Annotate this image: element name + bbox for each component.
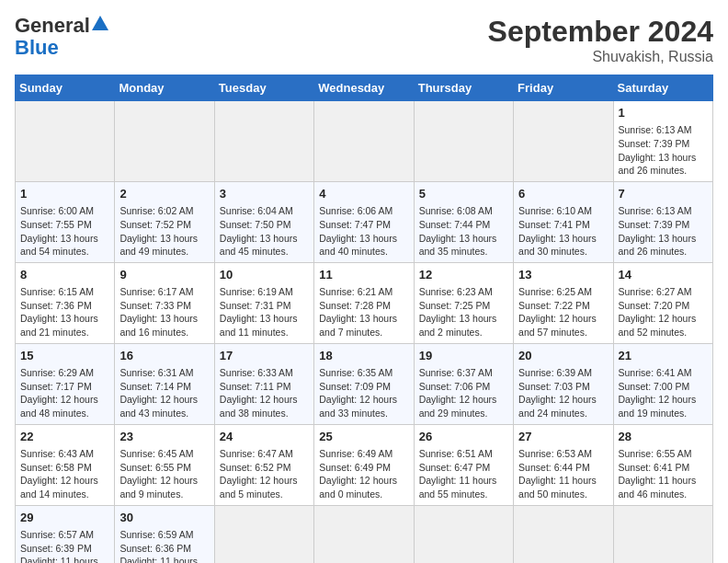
day-cell-8: 8Sunrise: 6:15 AMSunset: 7:36 PMDaylight… bbox=[16, 262, 115, 343]
day-info: Sunrise: 6:51 AMSunset: 6:47 PMDaylight:… bbox=[419, 448, 497, 500]
logo-icon bbox=[92, 16, 108, 32]
empty-cell bbox=[214, 505, 313, 563]
day-of-week-wednesday: Wednesday bbox=[314, 75, 414, 101]
day-cell-25: 25Sunrise: 6:49 AMSunset: 6:49 PMDayligh… bbox=[314, 424, 414, 505]
day-number: 9 bbox=[119, 267, 209, 283]
day-number: 12 bbox=[419, 267, 508, 283]
day-cell-3: 3Sunrise: 6:04 AMSunset: 7:50 PMDaylight… bbox=[214, 181, 313, 262]
day-number: 21 bbox=[619, 348, 708, 364]
day-cell-16: 16Sunrise: 6:31 AMSunset: 7:14 PMDayligh… bbox=[115, 343, 214, 424]
empty-cell bbox=[314, 101, 414, 182]
calendar-week-0: 1Sunrise: 6:13 AMSunset: 7:39 PMDaylight… bbox=[16, 101, 713, 182]
day-info: Sunrise: 6:25 AMSunset: 7:22 PMDaylight:… bbox=[518, 286, 597, 338]
day-cell-12: 12Sunrise: 6:23 AMSunset: 7:25 PMDayligh… bbox=[414, 262, 513, 343]
empty-cell bbox=[214, 101, 313, 182]
day-cell-22: 22Sunrise: 6:43 AMSunset: 6:58 PMDayligh… bbox=[16, 424, 115, 505]
day-of-week-thursday: Thursday bbox=[414, 75, 513, 101]
day-info: Sunrise: 6:00 AMSunset: 7:55 PMDaylight:… bbox=[20, 205, 98, 257]
day-info: Sunrise: 6:39 AMSunset: 7:03 PMDaylight:… bbox=[518, 367, 597, 419]
day-cell-4: 4Sunrise: 6:06 AMSunset: 7:47 PMDaylight… bbox=[314, 181, 414, 262]
empty-cell bbox=[414, 101, 513, 182]
day-info: Sunrise: 6:27 AMSunset: 7:20 PMDaylight:… bbox=[619, 286, 697, 338]
day-cell-2: 2Sunrise: 6:02 AMSunset: 7:52 PMDaylight… bbox=[115, 181, 214, 262]
day-number: 5 bbox=[419, 186, 508, 202]
day-info: Sunrise: 6:45 AMSunset: 6:55 PMDaylight:… bbox=[119, 448, 198, 500]
day-cell-10: 10Sunrise: 6:19 AMSunset: 7:31 PMDayligh… bbox=[214, 262, 313, 343]
day-number: 16 bbox=[119, 348, 209, 364]
empty-cell bbox=[115, 101, 214, 182]
day-cell-6: 6Sunrise: 6:10 AMSunset: 7:41 PMDaylight… bbox=[514, 181, 613, 262]
calendar-week-5: 29Sunrise: 6:57 AMSunset: 6:39 PMDayligh… bbox=[16, 505, 713, 563]
day-info: Sunrise: 6:21 AMSunset: 7:28 PMDaylight:… bbox=[319, 286, 397, 338]
day-of-week-monday: Monday bbox=[115, 75, 214, 101]
day-info: Sunrise: 6:10 AMSunset: 7:41 PMDaylight:… bbox=[518, 205, 597, 257]
day-info: Sunrise: 6:47 AMSunset: 6:52 PMDaylight:… bbox=[220, 448, 298, 500]
day-info: Sunrise: 6:43 AMSunset: 6:58 PMDaylight:… bbox=[20, 448, 98, 500]
day-cell-7: 7Sunrise: 6:13 AMSunset: 7:39 PMDaylight… bbox=[613, 181, 712, 262]
day-number: 1 bbox=[619, 105, 708, 121]
day-cell-1: 1Sunrise: 6:00 AMSunset: 7:55 PMDaylight… bbox=[16, 181, 115, 262]
day-info: Sunrise: 6:06 AMSunset: 7:47 PMDaylight:… bbox=[319, 205, 397, 257]
day-info: Sunrise: 6:59 AMSunset: 6:36 PMDaylight:… bbox=[119, 529, 198, 563]
empty-cell bbox=[514, 505, 613, 563]
page-header: General Blue September 2024 Shuvakish, R… bbox=[15, 15, 713, 65]
day-number: 7 bbox=[619, 186, 708, 202]
day-number: 17 bbox=[220, 348, 309, 364]
day-number: 25 bbox=[319, 429, 408, 445]
svg-marker-0 bbox=[92, 16, 108, 30]
empty-cell bbox=[314, 505, 414, 563]
day-info: Sunrise: 6:13 AMSunset: 7:39 PMDaylight:… bbox=[619, 205, 697, 257]
day-number: 28 bbox=[619, 429, 708, 445]
day-cell-21: 21Sunrise: 6:41 AMSunset: 7:00 PMDayligh… bbox=[613, 343, 712, 424]
day-cell-18: 18Sunrise: 6:35 AMSunset: 7:09 PMDayligh… bbox=[314, 343, 414, 424]
calendar-table: SundayMondayTuesdayWednesdayThursdayFrid… bbox=[15, 75, 713, 563]
day-info: Sunrise: 6:17 AMSunset: 7:33 PMDaylight:… bbox=[119, 286, 198, 338]
day-number: 4 bbox=[319, 186, 408, 202]
day-cell-5: 5Sunrise: 6:08 AMSunset: 7:44 PMDaylight… bbox=[414, 181, 513, 262]
day-info: Sunrise: 6:02 AMSunset: 7:52 PMDaylight:… bbox=[119, 205, 198, 257]
day-info: Sunrise: 6:19 AMSunset: 7:31 PMDaylight:… bbox=[220, 286, 298, 338]
day-number: 27 bbox=[518, 429, 608, 445]
day-number: 13 bbox=[518, 267, 608, 283]
day-info: Sunrise: 6:23 AMSunset: 7:25 PMDaylight:… bbox=[419, 286, 497, 338]
empty-cell bbox=[514, 101, 613, 182]
day-cell-24: 24Sunrise: 6:47 AMSunset: 6:52 PMDayligh… bbox=[214, 424, 313, 505]
day-info: Sunrise: 6:31 AMSunset: 7:14 PMDaylight:… bbox=[119, 367, 198, 419]
calendar-week-1: 1Sunrise: 6:00 AMSunset: 7:55 PMDaylight… bbox=[16, 181, 713, 262]
day-cell-17: 17Sunrise: 6:33 AMSunset: 7:11 PMDayligh… bbox=[214, 343, 313, 424]
day-cell-11: 11Sunrise: 6:21 AMSunset: 7:28 PMDayligh… bbox=[314, 262, 414, 343]
day-number: 11 bbox=[319, 267, 408, 283]
day-info: Sunrise: 6:49 AMSunset: 6:49 PMDaylight:… bbox=[319, 448, 397, 500]
day-info: Sunrise: 6:15 AMSunset: 7:36 PMDaylight:… bbox=[20, 286, 98, 338]
day-of-week-tuesday: Tuesday bbox=[214, 75, 313, 101]
day-cell-15: 15Sunrise: 6:29 AMSunset: 7:17 PMDayligh… bbox=[16, 343, 115, 424]
day-number: 22 bbox=[20, 429, 109, 445]
day-number: 19 bbox=[419, 348, 508, 364]
logo-general-text: General bbox=[15, 15, 90, 37]
calendar-week-4: 22Sunrise: 6:43 AMSunset: 6:58 PMDayligh… bbox=[16, 424, 713, 505]
page-subtitle: Shuvakish, Russia bbox=[488, 49, 713, 65]
day-cell-19: 19Sunrise: 6:37 AMSunset: 7:06 PMDayligh… bbox=[414, 343, 513, 424]
day-cell-27: 27Sunrise: 6:53 AMSunset: 6:44 PMDayligh… bbox=[514, 424, 613, 505]
day-number: 14 bbox=[619, 267, 708, 283]
day-info: Sunrise: 6:13 AMSunset: 7:39 PMDaylight:… bbox=[619, 124, 697, 176]
day-number: 20 bbox=[518, 348, 608, 364]
day-cell-14: 14Sunrise: 6:27 AMSunset: 7:20 PMDayligh… bbox=[613, 262, 712, 343]
day-number: 3 bbox=[220, 186, 309, 202]
days-of-week-row: SundayMondayTuesdayWednesdayThursdayFrid… bbox=[16, 75, 713, 101]
day-number: 29 bbox=[20, 510, 109, 526]
day-number: 26 bbox=[419, 429, 508, 445]
day-info: Sunrise: 6:41 AMSunset: 7:00 PMDaylight:… bbox=[619, 367, 697, 419]
day-number: 23 bbox=[119, 429, 209, 445]
day-info: Sunrise: 6:08 AMSunset: 7:44 PMDaylight:… bbox=[419, 205, 497, 257]
calendar-week-2: 8Sunrise: 6:15 AMSunset: 7:36 PMDaylight… bbox=[16, 262, 713, 343]
day-number: 24 bbox=[220, 429, 309, 445]
calendar-body: 1Sunrise: 6:13 AMSunset: 7:39 PMDaylight… bbox=[16, 101, 713, 564]
day-number: 6 bbox=[518, 186, 608, 202]
day-number: 15 bbox=[20, 348, 109, 364]
day-cell-30: 30Sunrise: 6:59 AMSunset: 6:36 PMDayligh… bbox=[115, 505, 214, 563]
calendar-header: SundayMondayTuesdayWednesdayThursdayFrid… bbox=[16, 75, 713, 101]
title-block: September 2024 Shuvakish, Russia bbox=[488, 15, 713, 65]
day-number: 8 bbox=[20, 267, 109, 283]
empty-cell bbox=[16, 101, 115, 182]
